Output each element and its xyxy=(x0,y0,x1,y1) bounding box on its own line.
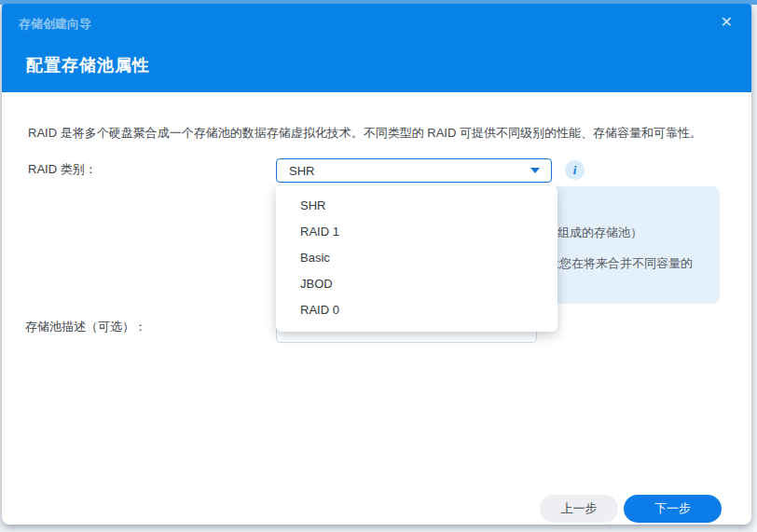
raid-type-select[interactable]: SHR xyxy=(276,158,552,183)
chevron-down-icon xyxy=(530,168,540,173)
page-title: 配置存储池属性 xyxy=(26,54,150,76)
raid-intro-text: RAID 是将多个硬盘聚合成一个存储池的数据存储虚拟化技术。不同类型的 RAID… xyxy=(28,125,702,142)
page: 存储创建向导 ✕ 配置存储池属性 RAID 是将多个硬盘聚合成一个存储池的数据存… xyxy=(0,0,757,532)
raid-dropdown-option[interactable]: SHR xyxy=(276,193,557,219)
dialog-header: 存储创建向导 ✕ 配置存储池属性 xyxy=(2,4,751,92)
raid-type-dropdown-panel: SHRRAID 1BasicJBODRAID 0 xyxy=(276,185,557,332)
raid-dropdown-option[interactable]: RAID 0 xyxy=(276,297,557,323)
raid-type-selected-value: SHR xyxy=(277,164,530,178)
next-step-button[interactable]: 下一步 xyxy=(624,495,722,523)
raid-dropdown-option[interactable]: Basic xyxy=(276,245,557,271)
raid-info-line-1: 盘组成的存储池） xyxy=(545,225,642,241)
raid-dropdown-option[interactable]: RAID 1 xyxy=(276,219,557,245)
pool-description-label: 存储池描述（可选）： xyxy=(25,319,146,335)
close-icon[interactable]: ✕ xyxy=(721,13,733,32)
raid-dropdown-option[interactable]: JBOD xyxy=(276,271,557,297)
info-icon[interactable]: i xyxy=(565,160,585,180)
raid-type-label: RAID 类别： xyxy=(28,161,97,178)
window-title: 存储创建向导 xyxy=(19,16,91,33)
storage-wizard-dialog: 存储创建向导 ✕ 配置存储池属性 RAID 是将多个硬盘聚合成一个存储池的数据存… xyxy=(2,4,751,525)
raid-info-line-2: 让您在将来合并不同容量的 xyxy=(547,255,693,272)
prev-step-button[interactable]: 上一步 xyxy=(540,495,618,523)
